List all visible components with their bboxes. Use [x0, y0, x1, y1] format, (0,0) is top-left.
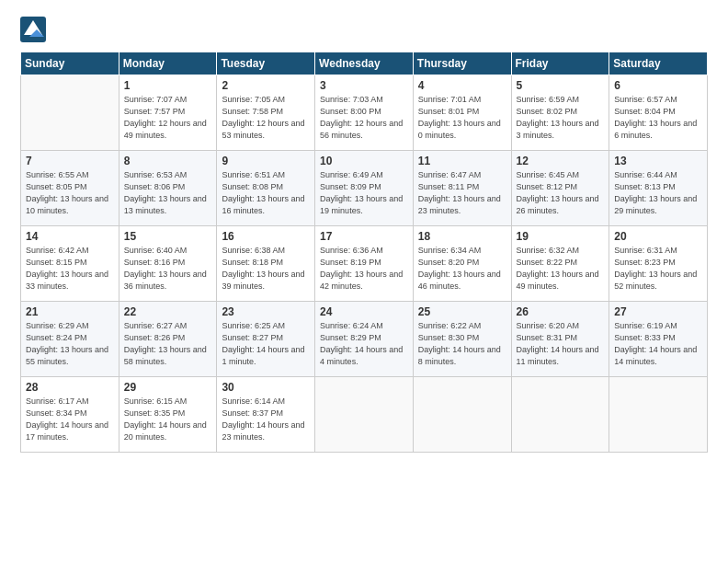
weekday-header-row: SundayMondayTuesdayWednesdayThursdayFrid… — [21, 52, 708, 75]
day-number: 1 — [124, 79, 212, 92]
day-number: 29 — [124, 381, 212, 394]
day-detail: Sunrise: 7:01 AMSunset: 8:01 PMDaylight:… — [418, 94, 506, 142]
day-number: 4 — [418, 79, 506, 92]
day-cell: 6Sunrise: 6:57 AMSunset: 8:04 PMDaylight… — [609, 75, 708, 151]
day-number: 16 — [222, 230, 310, 243]
day-number: 5 — [517, 79, 605, 92]
day-number: 3 — [320, 79, 408, 92]
day-number: 26 — [517, 305, 605, 318]
day-detail: Sunrise: 6:55 AMSunset: 8:05 PMDaylight:… — [26, 169, 114, 217]
week-row-4: 21Sunrise: 6:29 AMSunset: 8:24 PMDayligh… — [21, 302, 708, 377]
weekday-header-friday: Friday — [511, 52, 609, 75]
day-cell: 30Sunrise: 6:14 AMSunset: 8:37 PMDayligh… — [217, 377, 315, 453]
day-number: 30 — [222, 381, 310, 394]
day-detail: Sunrise: 6:19 AMSunset: 8:33 PMDaylight:… — [614, 320, 702, 368]
day-number: 15 — [124, 230, 212, 243]
day-detail: Sunrise: 6:15 AMSunset: 8:35 PMDaylight:… — [124, 396, 212, 443]
day-number: 27 — [614, 305, 702, 318]
day-cell: 8Sunrise: 6:53 AMSunset: 8:06 PMDaylight… — [119, 151, 217, 226]
day-cell: 18Sunrise: 6:34 AMSunset: 8:20 PMDayligh… — [413, 226, 511, 302]
day-cell: 15Sunrise: 6:40 AMSunset: 8:16 PMDayligh… — [119, 226, 217, 302]
day-detail: Sunrise: 6:20 AMSunset: 8:31 PMDaylight:… — [517, 320, 605, 368]
header — [20, 17, 708, 42]
day-number: 17 — [320, 230, 408, 243]
day-cell: 22Sunrise: 6:27 AMSunset: 8:26 PMDayligh… — [119, 302, 217, 377]
day-detail: Sunrise: 6:31 AMSunset: 8:23 PMDaylight:… — [614, 245, 702, 293]
week-row-1: 1Sunrise: 7:07 AMSunset: 7:57 PMDaylight… — [21, 75, 708, 151]
weekday-header-tuesday: Tuesday — [217, 52, 315, 75]
day-detail: Sunrise: 7:07 AMSunset: 7:57 PMDaylight:… — [124, 94, 212, 142]
day-number: 12 — [517, 155, 605, 167]
day-cell: 26Sunrise: 6:20 AMSunset: 8:31 PMDayligh… — [511, 302, 609, 377]
weekday-header-thursday: Thursday — [413, 52, 511, 75]
day-number: 2 — [222, 79, 310, 92]
logo — [20, 17, 51, 42]
day-cell: 12Sunrise: 6:45 AMSunset: 8:12 PMDayligh… — [511, 151, 609, 226]
day-detail: Sunrise: 6:51 AMSunset: 8:08 PMDaylight:… — [222, 169, 310, 217]
day-cell: 19Sunrise: 6:32 AMSunset: 8:22 PMDayligh… — [511, 226, 609, 302]
week-row-3: 14Sunrise: 6:42 AMSunset: 8:15 PMDayligh… — [21, 226, 708, 302]
day-cell: 2Sunrise: 7:05 AMSunset: 7:58 PMDaylight… — [217, 75, 315, 151]
day-detail: Sunrise: 6:22 AMSunset: 8:30 PMDaylight:… — [418, 320, 506, 368]
day-number: 7 — [26, 155, 114, 167]
day-detail: Sunrise: 7:05 AMSunset: 7:58 PMDaylight:… — [222, 94, 310, 142]
day-cell: 23Sunrise: 6:25 AMSunset: 8:27 PMDayligh… — [217, 302, 315, 377]
day-cell: 7Sunrise: 6:55 AMSunset: 8:05 PMDaylight… — [21, 151, 119, 226]
day-cell: 9Sunrise: 6:51 AMSunset: 8:08 PMDaylight… — [217, 151, 315, 226]
day-detail: Sunrise: 6:36 AMSunset: 8:19 PMDaylight:… — [320, 245, 408, 293]
day-detail: Sunrise: 6:24 AMSunset: 8:29 PMDaylight:… — [320, 320, 408, 368]
day-detail: Sunrise: 6:25 AMSunset: 8:27 PMDaylight:… — [222, 320, 310, 368]
day-detail: Sunrise: 6:42 AMSunset: 8:15 PMDaylight:… — [26, 245, 114, 293]
day-cell: 16Sunrise: 6:38 AMSunset: 8:18 PMDayligh… — [217, 226, 315, 302]
day-detail: Sunrise: 6:29 AMSunset: 8:24 PMDaylight:… — [26, 320, 114, 368]
day-cell: 20Sunrise: 6:31 AMSunset: 8:23 PMDayligh… — [609, 226, 708, 302]
day-number: 19 — [517, 230, 605, 243]
day-cell: 1Sunrise: 7:07 AMSunset: 7:57 PMDaylight… — [119, 75, 217, 151]
day-cell: 27Sunrise: 6:19 AMSunset: 8:33 PMDayligh… — [609, 302, 708, 377]
day-cell — [511, 377, 609, 453]
day-detail: Sunrise: 6:47 AMSunset: 8:11 PMDaylight:… — [418, 169, 506, 217]
day-cell — [21, 75, 119, 151]
day-detail: Sunrise: 6:53 AMSunset: 8:06 PMDaylight:… — [124, 169, 212, 217]
day-number: 25 — [418, 305, 506, 318]
day-cell: 29Sunrise: 6:15 AMSunset: 8:35 PMDayligh… — [119, 377, 217, 453]
weekday-header-monday: Monday — [119, 52, 217, 75]
day-cell — [315, 377, 414, 453]
day-cell: 5Sunrise: 6:59 AMSunset: 8:02 PMDaylight… — [511, 75, 609, 151]
day-cell — [609, 377, 708, 453]
day-number: 28 — [26, 381, 114, 394]
day-number: 24 — [320, 305, 408, 318]
weekday-header-wednesday: Wednesday — [315, 52, 414, 75]
weekday-header-sunday: Sunday — [21, 52, 119, 75]
day-cell: 21Sunrise: 6:29 AMSunset: 8:24 PMDayligh… — [21, 302, 119, 377]
day-detail: Sunrise: 6:40 AMSunset: 8:16 PMDaylight:… — [124, 245, 212, 293]
day-cell: 3Sunrise: 7:03 AMSunset: 8:00 PMDaylight… — [315, 75, 414, 151]
day-number: 21 — [26, 305, 114, 318]
day-detail: Sunrise: 6:59 AMSunset: 8:02 PMDaylight:… — [517, 94, 605, 142]
day-detail: Sunrise: 6:45 AMSunset: 8:12 PMDaylight:… — [517, 169, 605, 217]
day-number: 20 — [614, 230, 702, 243]
day-cell: 11Sunrise: 6:47 AMSunset: 8:11 PMDayligh… — [413, 151, 511, 226]
day-detail: Sunrise: 6:17 AMSunset: 8:34 PMDaylight:… — [26, 396, 114, 443]
calendar: SundayMondayTuesdayWednesdayThursdayFrid… — [20, 52, 708, 453]
week-row-2: 7Sunrise: 6:55 AMSunset: 8:05 PMDaylight… — [21, 151, 708, 226]
day-cell: 24Sunrise: 6:24 AMSunset: 8:29 PMDayligh… — [315, 302, 414, 377]
day-number: 22 — [124, 305, 212, 318]
day-detail: Sunrise: 6:49 AMSunset: 8:09 PMDaylight:… — [320, 169, 408, 217]
day-detail: Sunrise: 6:34 AMSunset: 8:20 PMDaylight:… — [418, 245, 506, 293]
day-detail: Sunrise: 6:44 AMSunset: 8:13 PMDaylight:… — [614, 169, 702, 217]
day-cell: 4Sunrise: 7:01 AMSunset: 8:01 PMDaylight… — [413, 75, 511, 151]
day-detail: Sunrise: 6:14 AMSunset: 8:37 PMDaylight:… — [222, 396, 310, 443]
day-cell: 25Sunrise: 6:22 AMSunset: 8:30 PMDayligh… — [413, 302, 511, 377]
day-detail: Sunrise: 6:57 AMSunset: 8:04 PMDaylight:… — [614, 94, 702, 142]
weekday-header-saturday: Saturday — [609, 52, 708, 75]
day-cell: 28Sunrise: 6:17 AMSunset: 8:34 PMDayligh… — [21, 377, 119, 453]
day-number: 10 — [320, 155, 408, 167]
day-detail: Sunrise: 6:32 AMSunset: 8:22 PMDaylight:… — [517, 245, 605, 293]
day-detail: Sunrise: 6:27 AMSunset: 8:26 PMDaylight:… — [124, 320, 212, 368]
day-number: 11 — [418, 155, 506, 167]
day-detail: Sunrise: 7:03 AMSunset: 8:00 PMDaylight:… — [320, 94, 408, 142]
day-detail: Sunrise: 6:38 AMSunset: 8:18 PMDaylight:… — [222, 245, 310, 293]
day-number: 18 — [418, 230, 506, 243]
day-number: 9 — [222, 155, 310, 167]
